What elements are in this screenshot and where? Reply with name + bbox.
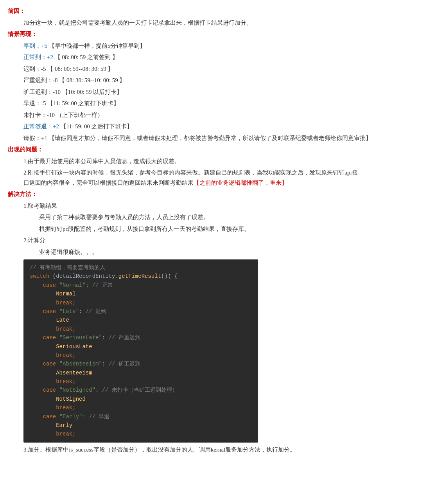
- scenario-item-7: 未打卡：-10 （上下班都一样）: [23, 110, 437, 121]
- reason-text: 加分这一块，就是把公司需要考勤人员的一天打卡记录拿出来，根据打卡结果进行加分。: [8, 18, 437, 28]
- page-content: 前因： 加分这一块，就是把公司需要考勤人员的一天打卡记录拿出来，根据打卡结果进行…: [8, 6, 437, 455]
- sol1-line2: 根据钉钉pc段配置的，考勤规则，从接口拿到所有人一天的考勤结果，直接存库。: [8, 224, 437, 234]
- reason-section: 前因：: [8, 6, 437, 16]
- sol3-title: 3.加分。根据库中is_success字段（是否加分），取出没有加分的人。调用k…: [8, 445, 437, 455]
- sol2-text: 业务逻辑很麻烦。。。: [8, 247, 437, 257]
- scenario-item-9: 请假：+1 【请假同意才加分，请假不同意，或者请假未处理，都将被告警考勤异常，所…: [23, 133, 437, 144]
- sol1-title: 1.取考勤结果: [8, 201, 437, 211]
- scenario-item-5: 旷工迟到：-10 【10: 00: 59 以后打卡】: [23, 87, 437, 97]
- problem-1: 1.由于最开始使用的本公司库中人员信息，造成很大的误差。: [8, 157, 437, 167]
- scenario-item-8: 正常签退：+2 【11: 59: 00 之后打下班卡】: [23, 122, 437, 132]
- reason-label: 前因：: [8, 8, 25, 14]
- scenario-item-3: 迟到：-5 【 08: 00: 59--08: 30: 59 】: [23, 64, 437, 74]
- scenario-label: 情景再现：: [8, 29, 437, 40]
- problems-label: 出现的问题：: [8, 145, 437, 155]
- scenario-items: 早到：+5 【早中晚都一样，提前5分钟算早到】 正常到；+2 【 08: 00:…: [8, 41, 437, 144]
- scenario-item-6: 早退：-5 【11: 59: 00 之前打下班卡】: [23, 99, 437, 109]
- sol2-title: 2.计算分: [8, 236, 437, 246]
- sol1-line1: 采用了第二种获取需要参与考勤人员的方法，人员上没有了误差。: [8, 212, 437, 223]
- problem-2: 2.刚接手钉钉这一块内容的时候，很无头绪，参考今目标的内容来做。新建自己的规则表…: [8, 168, 437, 188]
- solution-label: 解决方法：: [8, 189, 437, 200]
- scenario-item-2: 正常到；+2 【 08: 00: 59 之前签到 】: [23, 52, 437, 63]
- scenario-item-1: 早到：+5 【早中晚都一样，提前5分钟算早到】: [23, 41, 437, 51]
- scenario-item-4: 严重迟到：-8 【 08: 30: 59--10: 00: 59 】: [23, 76, 437, 86]
- code-block: // 有考勤组，需要查考勤的人 switch (detailRecordEnti…: [23, 259, 258, 443]
